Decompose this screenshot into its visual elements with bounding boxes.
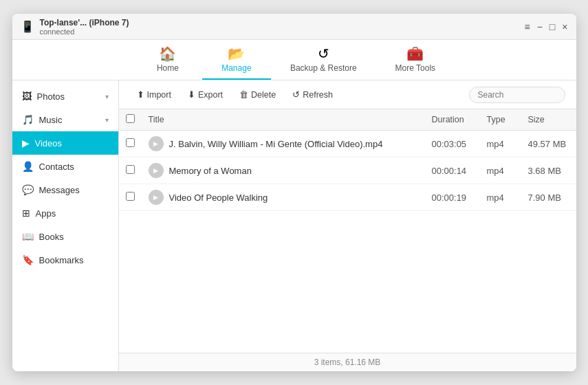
- row-type-2: mp4: [480, 184, 521, 211]
- music-icon: 🎵: [22, 114, 34, 125]
- photos-arrow: ▾: [105, 93, 109, 100]
- import-icon: ⬆: [137, 89, 144, 100]
- header-checkbox-cell: [119, 109, 142, 131]
- table-container: Title Duration Type Size ▶ J. Balvin, Wi…: [119, 109, 576, 353]
- delete-icon: 🗑: [239, 89, 248, 100]
- phone-icon: 📱: [21, 20, 34, 33]
- refresh-label: Refresh: [303, 90, 333, 100]
- header-type: Type: [480, 109, 521, 131]
- refresh-icon: ↺: [292, 89, 300, 100]
- tab-backup[interactable]: ↺ Backup & Restore: [271, 40, 376, 80]
- statusbar-text: 3 items, 61.16 MB: [314, 358, 381, 367]
- header-size: Size: [521, 109, 576, 131]
- apps-icon: ⊞: [22, 208, 30, 219]
- close-icon[interactable]: ×: [562, 21, 567, 32]
- row-size-1: 3.68 MB: [521, 157, 576, 184]
- row-type-0: mp4: [480, 131, 521, 157]
- music-arrow: ▾: [105, 116, 109, 124]
- import-button[interactable]: ⬆ Import: [130, 86, 178, 103]
- row-type-1: mp4: [480, 157, 521, 184]
- messages-label: Messages: [39, 185, 109, 195]
- row-title-cell: ▶ Video Of People Walking: [142, 184, 425, 210]
- export-label: Export: [198, 90, 223, 100]
- row-title-cell: ▶ Memory of a Woman: [142, 157, 425, 184]
- sidebar-item-music[interactable]: 🎵 Music ▾: [12, 108, 118, 131]
- tab-tools[interactable]: 🧰 More Tools: [376, 40, 455, 80]
- search-input[interactable]: [469, 87, 565, 103]
- select-all-checkbox[interactable]: [126, 114, 135, 123]
- contacts-label: Contacts: [39, 162, 109, 172]
- app-window: 📱 Top-lanse'... (iPhone 7) connected ≡ −…: [12, 14, 576, 371]
- toolbar: ⬆ Import ⬇ Export 🗑 Delete ↺ Refresh: [119, 80, 576, 109]
- row-checkbox-2[interactable]: [126, 192, 135, 201]
- row-duration-1: 00:00:14: [425, 157, 480, 184]
- backup-icon: ↺: [318, 45, 329, 62]
- play-button-0[interactable]: ▶: [149, 136, 164, 151]
- row-title-2: Video Of People Walking: [169, 192, 268, 203]
- sidebar-item-contacts[interactable]: 👤 Contacts: [12, 155, 118, 178]
- table-header-row: Title Duration Type Size: [119, 109, 576, 131]
- row-checkbox-cell: [119, 157, 142, 184]
- content-area: ⬆ Import ⬇ Export 🗑 Delete ↺ Refresh: [119, 80, 576, 371]
- row-title-1: Memory of a Woman: [169, 166, 252, 176]
- bookmarks-icon: 🔖: [22, 254, 34, 265]
- contacts-icon: 👤: [22, 161, 34, 172]
- row-size-0: 49.57 MB: [521, 131, 576, 157]
- sidebar-item-books[interactable]: 📖 Books: [12, 225, 118, 248]
- tools-icon: 🧰: [406, 45, 424, 62]
- videos-table: Title Duration Type Size ▶ J. Balvin, Wi…: [119, 109, 576, 211]
- device-info: 📱 Top-lanse'... (iPhone 7) connected: [21, 18, 129, 36]
- sidebar-item-bookmarks[interactable]: 🔖 Bookmarks: [12, 248, 118, 272]
- sidebar-item-photos[interactable]: 🖼 Photos ▾: [12, 85, 118, 108]
- row-checkbox-cell: [119, 184, 142, 211]
- tab-manage-label: Manage: [221, 63, 251, 73]
- refresh-button[interactable]: ↺ Refresh: [285, 86, 340, 103]
- device-text: Top-lanse'... (iPhone 7) connected: [40, 18, 129, 36]
- minimize-icon[interactable]: −: [537, 21, 543, 32]
- books-icon: 📖: [22, 231, 34, 242]
- music-label: Music: [39, 115, 100, 125]
- menu-icon[interactable]: ≡: [524, 21, 530, 32]
- body: 🖼 Photos ▾ 🎵 Music ▾ ▶ Videos 👤 Contacts…: [12, 80, 576, 371]
- table-row: ▶ J. Balvin, Willy William - Mi Gente (O…: [119, 131, 576, 157]
- row-duration-0: 00:03:05: [425, 131, 480, 157]
- row-title-cell: ▶ J. Balvin, Willy William - Mi Gente (O…: [142, 131, 425, 157]
- nav-tabs: 🏠 Home 📂 Manage ↺ Backup & Restore 🧰 Mor…: [12, 40, 576, 80]
- tab-backup-label: Backup & Restore: [290, 63, 357, 73]
- tab-home[interactable]: 🏠 Home: [133, 40, 202, 80]
- restore-icon[interactable]: □: [549, 21, 555, 32]
- export-button[interactable]: ⬇ Export: [181, 86, 230, 103]
- delete-button[interactable]: 🗑 Delete: [232, 86, 283, 103]
- tab-home-label: Home: [157, 63, 179, 73]
- sidebar-item-messages[interactable]: 💬 Messages: [12, 178, 118, 201]
- photos-label: Photos: [37, 91, 100, 102]
- titlebar: 📱 Top-lanse'... (iPhone 7) connected ≡ −…: [12, 14, 576, 40]
- row-checkbox-0[interactable]: [126, 138, 135, 147]
- row-checkbox-cell: [119, 131, 142, 157]
- tab-manage[interactable]: 📂 Manage: [202, 40, 271, 80]
- bookmarks-label: Bookmarks: [39, 255, 109, 265]
- home-icon: 🏠: [159, 45, 176, 62]
- sidebar: 🖼 Photos ▾ 🎵 Music ▾ ▶ Videos 👤 Contacts…: [12, 80, 119, 371]
- row-size-2: 7.90 MB: [521, 184, 576, 211]
- header-duration: Duration: [425, 109, 480, 131]
- import-label: Import: [147, 90, 171, 100]
- sidebar-item-apps[interactable]: ⊞ Apps: [12, 201, 118, 225]
- messages-icon: 💬: [22, 184, 34, 195]
- play-button-2[interactable]: ▶: [149, 190, 164, 205]
- videos-label: Videos: [35, 138, 109, 148]
- delete-label: Delete: [251, 90, 276, 100]
- play-button-1[interactable]: ▶: [149, 163, 164, 178]
- table-row: ▶ Memory of a Woman 00:00:14 mp4 3.68 MB: [119, 157, 576, 184]
- books-label: Books: [39, 232, 109, 242]
- statusbar: 3 items, 61.16 MB: [119, 353, 576, 371]
- header-title: Title: [142, 109, 425, 131]
- device-name: Top-lanse'... (iPhone 7): [40, 18, 129, 28]
- row-duration-2: 00:00:19: [425, 184, 480, 211]
- apps-label: Apps: [36, 208, 109, 219]
- row-checkbox-1[interactable]: [126, 165, 135, 174]
- export-icon: ⬇: [188, 89, 195, 100]
- sidebar-item-videos[interactable]: ▶ Videos: [12, 131, 118, 155]
- tab-tools-label: More Tools: [395, 63, 435, 73]
- photos-icon: 🖼: [22, 91, 32, 102]
